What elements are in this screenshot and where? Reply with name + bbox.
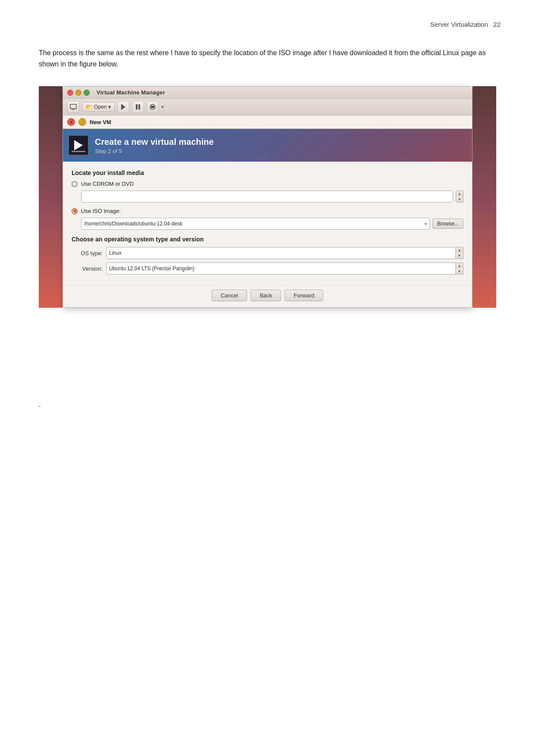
cdrom-option[interactable]: Use CDROM or DVD: [72, 181, 463, 187]
toolbar-play-button[interactable]: [117, 101, 129, 113]
iso-dropdown-arrow: ▾: [425, 222, 427, 226]
iso-path-row: /home/chris/Downloads/ubuntu-12.04-desk …: [81, 218, 463, 230]
right-decoration-bar: [472, 86, 496, 308]
cdrom-dropdown-row: ▲ ▼: [81, 191, 463, 203]
back-button[interactable]: Back: [250, 290, 281, 301]
version-spinner[interactable]: ▲ ▼: [456, 262, 463, 275]
os-spinner-down[interactable]: ▼: [456, 253, 463, 259]
iso-path-text: /home/chris/Downloads/ubuntu-12.04-desk: [84, 221, 182, 227]
toolbar-stop-button[interactable]: [147, 101, 159, 113]
vm-screenshot: Virtual Machine Manager 📂 Open ▾: [39, 86, 496, 308]
version-label: Version:: [72, 266, 106, 272]
version-row: Version: Ubuntu 12.04 LTS (Precise Pango…: [72, 262, 463, 275]
os-type-value: Linux: [109, 250, 122, 256]
os-type-row: OS type: Linux ▲ ▼: [72, 247, 463, 259]
version-value: Ubuntu 12.04 LTS (Precise Pangolin): [109, 266, 194, 272]
version-spinner-up[interactable]: ▲: [456, 263, 463, 269]
dialog-play-icon: [68, 135, 89, 156]
spinner-down[interactable]: ▼: [456, 197, 463, 202]
spinner-up[interactable]: ▲: [456, 191, 463, 197]
page-header: Server Virtualization 22: [430, 21, 501, 28]
iso-label: Use ISO image:: [81, 208, 121, 214]
newvm-close-btn[interactable]: ✕: [67, 118, 75, 126]
os-section: Choose an operating system type and vers…: [72, 236, 463, 275]
left-decoration-bar: [39, 86, 63, 308]
svg-rect-0: [70, 104, 76, 109]
toolbar: 📂 Open ▾ ▾: [63, 99, 472, 116]
cdrom-spinner[interactable]: ▲ ▼: [456, 191, 463, 203]
os-section-title: Choose an operating system type and vers…: [72, 236, 463, 243]
titlebar-title: Virtual Machine Manager: [97, 89, 165, 96]
page-number: 22: [493, 21, 501, 28]
forward-button[interactable]: Forward: [285, 290, 323, 301]
dialog-body: Locate your install media Use CDROM or D…: [63, 162, 472, 285]
window-controls: [67, 90, 90, 96]
body-text: The process is the same as the rest wher…: [39, 47, 496, 69]
os-type-dropdown[interactable]: Linux: [106, 247, 456, 259]
newvm-bar: ✕ New VM: [63, 116, 472, 129]
open-dropdown-arrow: ▾: [108, 104, 111, 110]
cdrom-dropdown[interactable]: [81, 191, 453, 203]
iso-path-field[interactable]: /home/chris/Downloads/ubuntu-12.04-desk …: [81, 218, 430, 230]
titlebar: Virtual Machine Manager: [63, 87, 472, 99]
version-spinner-down[interactable]: ▼: [456, 269, 463, 274]
os-type-spinner[interactable]: ▲ ▼: [456, 247, 463, 259]
cancel-button[interactable]: Cancel: [212, 290, 247, 301]
locate-media-title: Locate your install media: [72, 169, 463, 176]
vm-manager-window: Virtual Machine Manager 📂 Open ▾: [63, 86, 472, 308]
svg-rect-4: [138, 104, 140, 109]
os-spinner-up[interactable]: ▲: [456, 247, 463, 253]
close-dot[interactable]: [67, 90, 73, 96]
toolbar-vm-icon[interactable]: [67, 101, 79, 113]
dialog-title: Create a new virtual machine: [95, 137, 214, 147]
os-type-label: OS type:: [72, 250, 106, 256]
iso-option[interactable]: Use ISO image:: [72, 208, 463, 214]
toolbar-pause-button[interactable]: [132, 101, 144, 113]
cdrom-label: Use CDROM or DVD: [81, 181, 134, 187]
dialog-footer: Cancel Back Forward: [63, 285, 472, 307]
newvm-label: New VM: [90, 119, 111, 125]
browse-button[interactable]: Browse...: [432, 219, 463, 229]
svg-rect-3: [136, 104, 138, 109]
open-button[interactable]: 📂 Open ▾: [82, 102, 115, 112]
iso-radio[interactable]: [72, 208, 78, 214]
toolbar-dropdown-arrow: ▾: [161, 104, 164, 110]
cdrom-radio[interactable]: [72, 181, 78, 187]
footer-dot: .: [39, 401, 41, 409]
dialog-header-text: Create a new virtual machine Step 2 of 5: [95, 137, 214, 154]
newvm-min-btn[interactable]: [78, 118, 86, 126]
version-dropdown[interactable]: Ubuntu 12.04 LTS (Precise Pangolin): [106, 262, 456, 275]
open-icon: 📂: [86, 104, 92, 110]
dialog-subtitle: Step 2 of 5: [95, 148, 214, 154]
header-title: Server Virtualization: [430, 21, 488, 28]
dialog-header: Create a new virtual machine Step 2 of 5: [63, 129, 472, 162]
minimize-dot[interactable]: [75, 90, 81, 96]
svg-marker-2: [121, 104, 125, 110]
svg-rect-1: [72, 109, 75, 110]
maximize-dot[interactable]: [84, 90, 90, 96]
svg-rect-6: [151, 106, 154, 108]
